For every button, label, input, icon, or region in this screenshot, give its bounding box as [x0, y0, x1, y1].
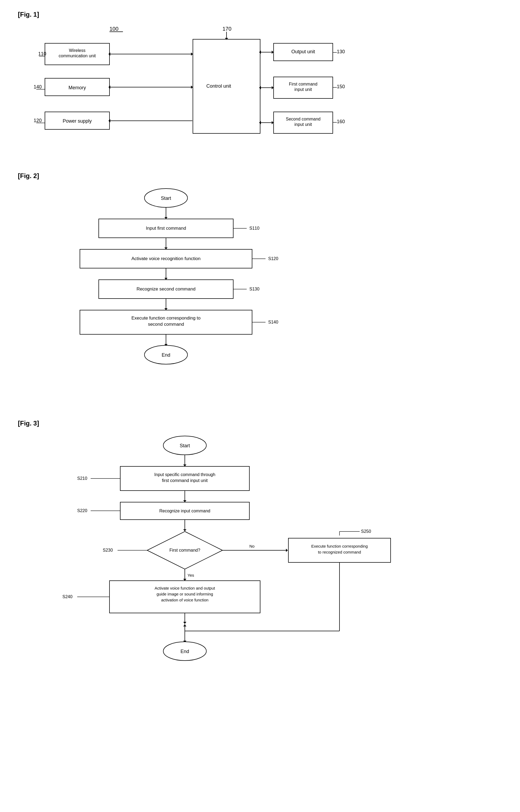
fig1-label: [Fig. 1] [18, 11, 502, 18]
first-cmd-ref: 150 [337, 84, 345, 89]
fig2-s120-ref: S120 [268, 256, 278, 261]
page-container: [Fig. 1] 100 170 Control unit Wireless c… [18, 11, 502, 753]
fig3-s250-ref: S250 [361, 529, 371, 533]
fig3-s250-label2: to recognized command [318, 550, 361, 554]
fig3-s210-ref: S210 [77, 476, 87, 481]
fig2-start-label: Start [161, 195, 171, 201]
fig3-s230-ref: S230 [103, 548, 113, 552]
fig3-s240-label1: Activate voice function and output [154, 586, 215, 591]
fig1-diagram: 100 170 Control unit Wireless communicat… [18, 21, 502, 156]
fig2-s130-ref: S130 [250, 287, 259, 291]
fig3-diagram: Start Input specific command through fir… [18, 429, 502, 753]
fig3-end-label: End [180, 649, 189, 654]
svg-marker-41 [183, 465, 186, 466]
fig3-s220-label: Recognize input command [159, 508, 210, 513]
svg-marker-18 [272, 51, 274, 54]
fig3-s240-ref: S240 [62, 595, 72, 599]
fig1-svg: 100 170 Control unit Wireless communicat… [18, 21, 502, 155]
fig2-label: [Fig. 2] [18, 172, 502, 180]
output-label: Output unit [291, 49, 315, 54]
fig2-diagram: Start Input first command S110 Activate … [18, 182, 502, 403]
fig3-s210-label1: Input specific command through [154, 472, 215, 477]
svg-marker-10 [191, 52, 193, 56]
fig3-s240-box [109, 581, 260, 613]
svg-marker-61 [183, 622, 186, 624]
svg-marker-24 [272, 121, 274, 124]
fig3-s230-label: First command? [169, 548, 200, 552]
ctrl-label: Control unit [206, 83, 231, 89]
fig3-s250-label1: Execute function corresponding [311, 544, 367, 548]
wireless-ref: 110 [38, 51, 46, 56]
fig3-s220-ref: S220 [77, 508, 87, 513]
first-cmd-label1: First command [289, 82, 317, 86]
fig3-s210-label2: first command input unit [162, 478, 208, 483]
svg-marker-47 [183, 529, 186, 531]
power-ref: 120 [34, 118, 42, 123]
output-ref: 130 [337, 49, 345, 54]
fig3-s240-label3: activation of voice function [161, 598, 208, 602]
svg-marker-30 [164, 247, 167, 249]
svg-marker-36 [164, 308, 167, 310]
fig3-svg: Start Input specific command through fir… [18, 429, 502, 752]
second-cmd-ref: 160 [337, 119, 345, 124]
fig2-s130-label: Recognize second command [136, 286, 195, 292]
fig3-start-label: Start [179, 443, 190, 448]
fig3-yes-label: Yes [187, 573, 194, 577]
memory-label: Memory [68, 85, 86, 90]
fig1-ctrl-ref: 170 [223, 26, 231, 32]
second-cmd-label1: Second command [286, 117, 320, 121]
power-label: Power supply [62, 119, 92, 124]
svg-marker-13 [191, 85, 193, 89]
svg-marker-44 [183, 500, 186, 502]
fig3-label: [Fig. 3] [18, 420, 502, 427]
wireless-label1: Wireless [69, 48, 85, 53]
svg-marker-33 [164, 278, 167, 280]
fig3-s240-label2: guide image or sound informing [156, 592, 213, 596]
fig2-svg: Start Input first command S110 Activate … [18, 182, 502, 402]
fig2-s110-ref: S110 [250, 226, 259, 231]
fig2-s120-label: Activate voice recognition function [131, 256, 201, 261]
fig2-s140-label1: Execute function corresponding to [131, 315, 201, 321]
fig2-s140-ref: S140 [268, 320, 278, 324]
fig3-no-label: No [250, 544, 255, 548]
svg-marker-52 [286, 549, 288, 552]
second-cmd-label2: input unit [294, 122, 312, 127]
first-cmd-label2: input unit [294, 87, 312, 92]
fig2-s140-label2: second command [148, 322, 184, 327]
svg-marker-27 [164, 217, 167, 219]
wireless-label2: communication unit [59, 54, 96, 58]
svg-marker-21 [272, 86, 274, 89]
fig2-s110-label: Input first command [146, 226, 186, 231]
svg-marker-50 [183, 579, 186, 581]
fig2-end-label: End [161, 352, 170, 358]
fig1-main-ref: 100 [109, 26, 119, 32]
memory-ref: 140 [34, 84, 42, 89]
